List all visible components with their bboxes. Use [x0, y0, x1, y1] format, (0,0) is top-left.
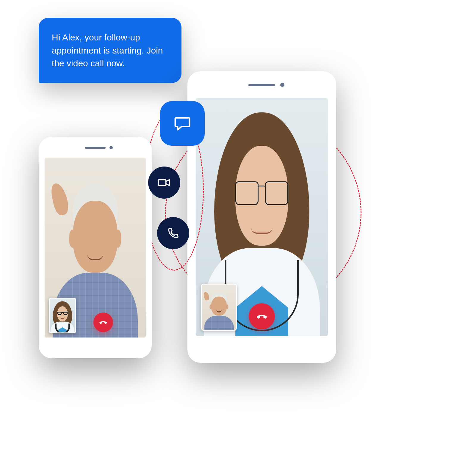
end-call-button[interactable]	[93, 313, 113, 332]
notification-text: Hi Alex, your follow-up appointment is s…	[52, 32, 163, 68]
phone-earpiece	[248, 84, 275, 86]
phone-patient-screen	[45, 158, 146, 338]
chat-icon	[173, 114, 192, 133]
illustration-canvas: Hi Alex, your follow-up appointment is s…	[18, 12, 381, 364]
video-chip[interactable]	[148, 167, 180, 199]
phone-earpiece	[85, 147, 106, 149]
phone-doctor-screen	[196, 98, 328, 336]
phone-doctor	[187, 71, 336, 363]
phone-hangup-icon	[98, 318, 108, 327]
pip-thumbnail-patient[interactable]	[201, 284, 237, 331]
voice-chip[interactable]	[157, 217, 189, 249]
notification-bubble: Hi Alex, your follow-up appointment is s…	[39, 18, 181, 83]
channel-chips	[148, 101, 208, 268]
chat-chip[interactable]	[160, 101, 205, 146]
phone-front-camera	[109, 146, 113, 149]
video-icon	[157, 176, 171, 189]
pip-thumbnail-doctor[interactable]	[49, 298, 76, 333]
phone-patient	[39, 137, 152, 358]
phone-hangup-icon	[256, 310, 268, 323]
phone-icon	[167, 227, 180, 240]
phone-front-camera	[280, 83, 284, 87]
end-call-button[interactable]	[249, 303, 275, 329]
